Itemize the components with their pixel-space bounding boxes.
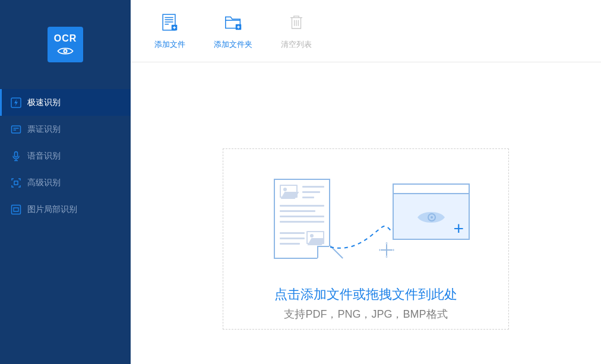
svg-point-11 [431,216,433,219]
bolt-icon [11,97,21,108]
add-file-button[interactable]: 添加文件 [154,12,185,50]
button-label: 添加文件 [154,39,185,50]
folder-add-icon [223,12,244,33]
plus-icon: + [453,222,464,235]
drop-illustration: + [259,179,473,268]
sidebar-menu: 极速识别 票证识别 语音识别 高级识别 图片局部识别 [0,89,131,223]
file-add-icon [159,12,181,33]
sidebar: OCR 极速识别 票证识别 语音识别 [0,0,131,364]
scan-icon [11,178,21,188]
button-label: 添加文件夹 [214,39,252,50]
document-illustration [274,179,330,259]
mic-icon [11,151,21,162]
add-folder-button[interactable]: 添加文件夹 [214,12,252,50]
ticket-icon [11,124,21,135]
drop-zone[interactable]: + 点击添加文件或拖拽文件到此处 支持PDF，PNG，JPG，BMP格式 [223,148,509,330]
main: 添加文件 添加文件夹 清空列 [131,0,601,364]
svg-rect-6 [12,205,21,214]
button-label: 清空列表 [281,39,312,50]
svg-rect-3 [12,126,21,133]
logo-text: OCR [54,33,77,44]
eye-icon [57,46,74,56]
trash-icon [286,12,307,33]
sidebar-item-label: 极速识别 [27,97,61,108]
sidebar-item-label: 图片局部识别 [27,204,77,215]
svg-point-1 [64,50,66,52]
clear-list-button[interactable]: 清空列表 [281,12,312,50]
toolbar: 添加文件 添加文件夹 清空列 [131,0,601,62]
drop-title: 点击添加文件或拖拽文件到此处 [274,286,457,303]
crop-icon [11,204,21,215]
viewer-window-illustration: + [393,183,470,240]
sidebar-item-voice[interactable]: 语音识别 [0,143,131,169]
sidebar-item-label: 高级识别 [27,178,61,188]
sidebar-item-ticket[interactable]: 票证识别 [0,116,131,143]
sidebar-item-advanced[interactable]: 高级识别 [0,169,131,196]
svg-rect-4 [15,151,18,157]
logo-area: OCR [0,0,131,89]
content-area: + 点击添加文件或拖拽文件到此处 支持PDF，PNG，JPG，BMP格式 [131,62,601,364]
sidebar-item-fast[interactable]: 极速识别 [0,89,131,116]
sidebar-item-region[interactable]: 图片局部识别 [0,196,131,223]
sidebar-item-label: 语音识别 [27,151,61,162]
drop-subtitle: 支持PDF，PNG，JPG，BMP格式 [284,307,447,321]
eye-icon [416,209,446,226]
svg-rect-5 [14,181,18,185]
app-logo: OCR [48,27,83,62]
sidebar-item-label: 票证识别 [27,124,61,135]
